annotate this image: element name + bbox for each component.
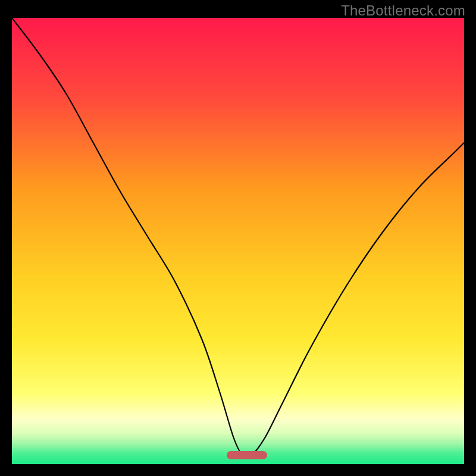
- bottleneck-curve: [12, 18, 464, 464]
- optimal-range-marker: [227, 451, 267, 459]
- watermark-text: TheBottleneck.com: [341, 2, 465, 19]
- chart-frame: TheBottleneck.com: [0, 0, 476, 476]
- plot-area: [12, 18, 464, 464]
